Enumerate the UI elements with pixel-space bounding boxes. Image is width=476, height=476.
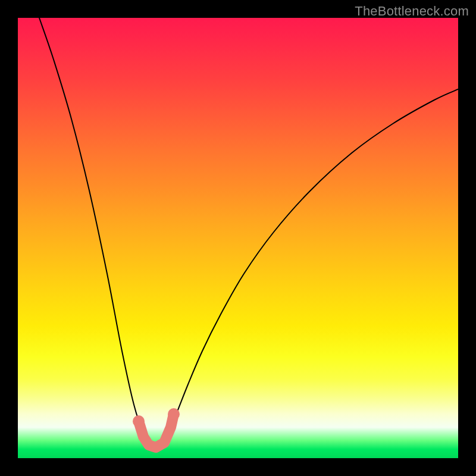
curve-layer [18, 18, 458, 458]
watermark-text: TheBottleneck.com [355, 4, 469, 19]
bottleneck-curve [39, 18, 458, 450]
optimum-marker-dot-left [133, 415, 145, 427]
plot-area [18, 18, 458, 458]
optimum-marker-dot-right [168, 408, 180, 420]
chart-frame: TheBottleneck.com [0, 0, 476, 476]
